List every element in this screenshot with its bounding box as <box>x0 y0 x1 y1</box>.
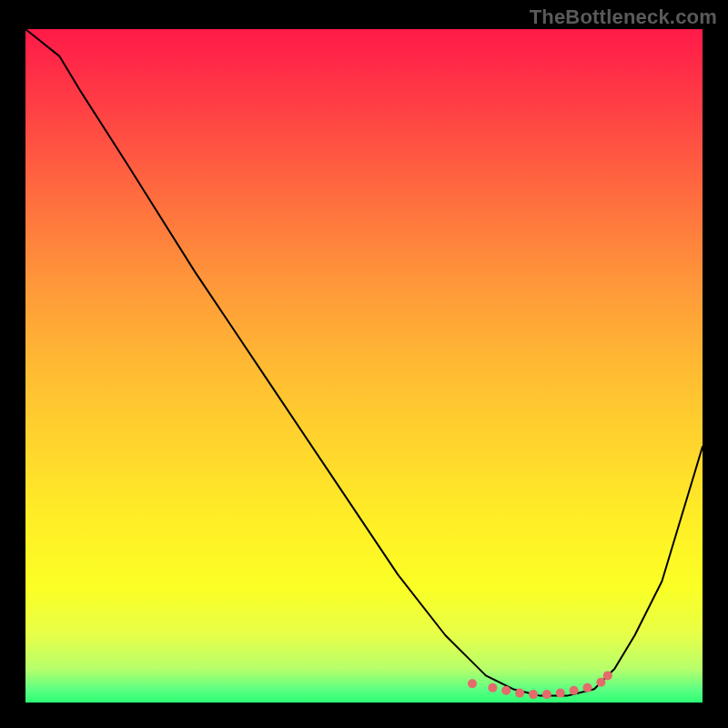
trough-dot <box>556 689 565 698</box>
trough-dot <box>529 690 538 699</box>
optimal-range-dots <box>468 671 612 699</box>
plot-area <box>25 29 703 703</box>
curve-svg <box>25 29 703 703</box>
trough-dot <box>583 683 592 693</box>
trough-dot <box>603 671 612 680</box>
trough-dot <box>570 686 579 695</box>
trough-dot <box>488 683 497 693</box>
trough-dot <box>515 689 524 698</box>
bottleneck-curve-line <box>25 29 703 696</box>
trough-dot <box>501 686 511 695</box>
chart-container: TheBottleneck.com <box>0 0 728 728</box>
trough-dot <box>542 690 551 699</box>
trough-dot <box>596 678 605 687</box>
trough-dot <box>468 679 477 688</box>
watermark-text: TheBottleneck.com <box>530 5 717 29</box>
